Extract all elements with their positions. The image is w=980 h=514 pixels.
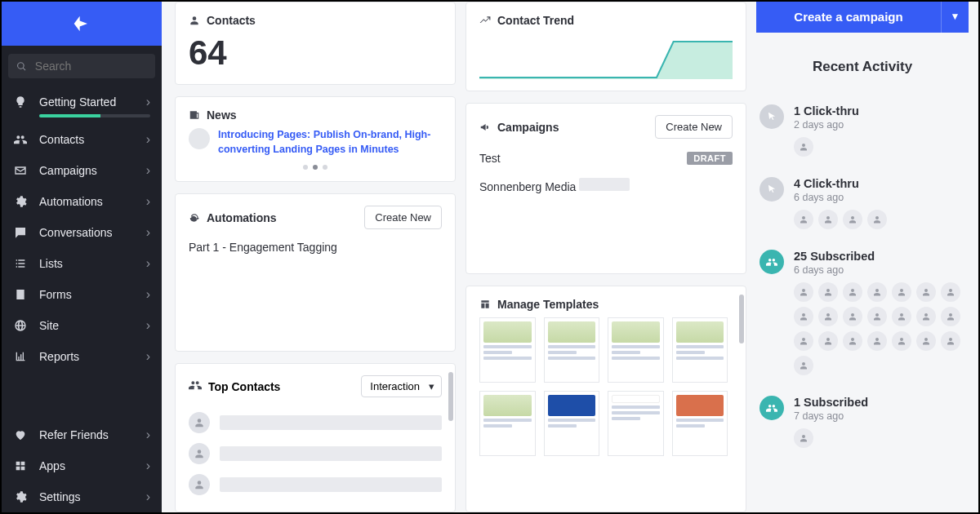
automations-create-button[interactable]: Create New	[364, 206, 442, 229]
trend-icon	[479, 15, 491, 26]
apps-icon	[13, 459, 28, 473]
activity-time: 2 days ago	[794, 119, 965, 131]
activity-title: 25 Subscribed	[794, 250, 965, 263]
contact-row[interactable]	[189, 469, 442, 500]
nav-refer[interactable]: Refer Friends›	[2, 419, 162, 450]
avatar	[916, 307, 936, 326]
nav-settings[interactable]: Settings›	[2, 481, 162, 512]
avatar	[941, 331, 960, 351]
bulb-icon	[13, 95, 28, 109]
avatar	[818, 210, 838, 229]
getting-started-progress	[39, 114, 150, 117]
nav-label: Getting Started	[39, 95, 146, 109]
nav-lists[interactable]: Lists›	[2, 248, 162, 279]
gear-icon	[13, 194, 28, 209]
template-thumb[interactable]	[479, 391, 536, 456]
nav-automations[interactable]: Automations›	[2, 186, 162, 217]
activity-title: 1 Click-thru	[794, 104, 965, 117]
heart-icon	[13, 428, 28, 442]
people-icon	[13, 132, 28, 147]
avatar	[794, 428, 813, 448]
create-campaign-dropdown[interactable]: ▼	[941, 2, 969, 33]
person-icon	[189, 15, 200, 26]
template-thumb[interactable]	[672, 317, 728, 383]
search-input[interactable]	[8, 54, 155, 78]
nav-apps[interactable]: Apps›	[2, 450, 162, 481]
activity-item[interactable]: 1 Click-thru 2 days ago	[756, 96, 969, 169]
news-card: News Introducing Pages: Publish On-brand…	[175, 96, 456, 182]
users-icon	[760, 396, 784, 420]
template-thumb[interactable]	[672, 391, 728, 456]
avatar	[818, 307, 838, 326]
avatar	[794, 210, 813, 229]
template-thumb[interactable]	[608, 317, 664, 383]
template-thumb[interactable]	[544, 317, 600, 383]
avatar	[794, 282, 813, 302]
trend-chart	[479, 33, 733, 79]
people-icon	[189, 379, 202, 395]
avatar	[843, 282, 862, 302]
avatar	[818, 282, 838, 302]
campaign-row[interactable]: Test DRAFT	[479, 145, 733, 171]
sidebar: Getting Started › Contacts› Campaigns› A…	[2, 2, 162, 512]
activity-time: 6 days ago	[794, 192, 965, 203]
avatar	[818, 331, 838, 351]
top-contacts-card: Top Contacts Interaction	[175, 363, 456, 512]
form-icon	[13, 287, 28, 302]
nav-conversations[interactable]: Conversations›	[2, 217, 162, 248]
avatar	[892, 307, 911, 326]
campaigns-create-button[interactable]: Create New	[655, 115, 733, 139]
campaign-row[interactable]: Sonnenberg Media	[479, 171, 733, 200]
nav-site[interactable]: Site›	[2, 310, 162, 341]
avatar	[892, 282, 911, 302]
avatar	[867, 282, 887, 302]
create-campaign-button[interactable]: Create a campaign ▼	[756, 2, 969, 33]
list-icon	[13, 256, 28, 271]
template-icon	[479, 299, 491, 310]
megaphone-icon	[479, 122, 491, 133]
nav-forms[interactable]: Forms›	[2, 279, 162, 310]
search-icon	[16, 60, 27, 73]
cursor-icon	[760, 104, 784, 129]
activity-time: 6 days ago	[794, 264, 965, 276]
avatar	[843, 210, 862, 229]
nav-campaigns[interactable]: Campaigns›	[2, 155, 162, 186]
logo[interactable]	[2, 2, 162, 46]
automation-item[interactable]: Part 1 - Engagement Tagging	[189, 236, 442, 259]
nav-getting-started[interactable]: Getting Started ›	[2, 86, 162, 124]
contact-row[interactable]	[189, 407, 442, 438]
avatar	[794, 331, 813, 351]
news-pagination[interactable]	[189, 165, 442, 170]
activity-title: 1 Subscribed	[794, 396, 965, 409]
avatar	[892, 331, 911, 351]
cursor-icon	[760, 177, 784, 202]
activity-item[interactable]: 25 Subscribed 6 days ago	[756, 241, 969, 388]
news-headline[interactable]: Introducing Pages: Publish On-brand, Hig…	[218, 128, 442, 157]
trend-card: Contact Trend	[466, 2, 746, 91]
nav-contacts[interactable]: Contacts›	[2, 124, 162, 155]
template-thumb[interactable]	[608, 391, 664, 456]
avatar	[867, 331, 887, 351]
contact-row[interactable]	[189, 438, 442, 469]
campaigns-card: Campaigns Create New Test DRAFT Sonnenbe…	[466, 103, 746, 274]
avatar	[867, 210, 887, 229]
template-thumb[interactable]	[479, 317, 536, 383]
news-icon	[189, 109, 200, 121]
avatar	[843, 307, 862, 326]
users-icon	[760, 250, 784, 274]
avatar	[843, 331, 862, 351]
globe-icon	[13, 318, 28, 333]
nav-reports[interactable]: Reports›	[2, 341, 162, 372]
avatar	[941, 282, 960, 302]
activity-item[interactable]: 1 Subscribed 7 days ago	[756, 388, 969, 460]
activity-item[interactable]: 4 Click-thru 6 days ago	[756, 169, 969, 241]
chevron-right-icon: ›	[146, 95, 150, 109]
templates-card: Manage Templates	[466, 286, 746, 512]
draft-badge: DRAFT	[687, 152, 733, 165]
top-contacts-sort[interactable]: Interaction	[361, 375, 442, 397]
activity-time: 7 days ago	[794, 410, 965, 422]
automations-card: Automations Create New Part 1 - Engageme…	[175, 193, 456, 352]
template-thumb[interactable]	[544, 391, 600, 456]
mail-icon	[13, 163, 28, 178]
chart-icon	[13, 349, 28, 364]
